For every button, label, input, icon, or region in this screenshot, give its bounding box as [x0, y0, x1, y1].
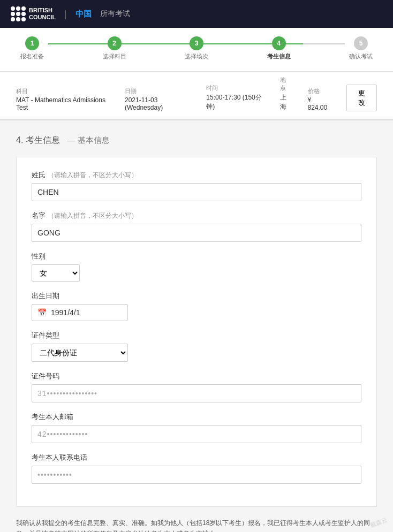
location-label: 地点: [280, 76, 292, 92]
logo-dot: [21, 17, 26, 21]
dob-field[interactable]: 📅 1991/4/1: [32, 304, 128, 321]
doc-number-group: 证件号码: [32, 371, 361, 402]
step-2[interactable]: 2 选择科目: [99, 36, 131, 60]
doc-type-label: 证件类型: [32, 331, 361, 340]
time-value: 15:00-17:30 (150分钟): [206, 93, 264, 111]
exam-price: 价格 ¥ 824.00: [308, 87, 330, 111]
step-label-1: 报名准备: [20, 52, 44, 60]
header: BRITISHCOUNCIL | 中国 所有考试: [0, 0, 393, 28]
exam-time: 时间 15:00-17:30 (150分钟): [206, 84, 264, 111]
subject-value: MAT - Mathematics Admissions Test: [16, 96, 109, 111]
step-label-5: 确认考试: [349, 52, 373, 60]
doc-number-input[interactable]: [32, 384, 361, 402]
gender-group: 性别 女 男: [32, 252, 361, 282]
price-label: 价格: [308, 87, 330, 95]
step-circle-1: 1: [25, 36, 39, 50]
location-value: 上海: [280, 93, 292, 111]
dob-value: 1991/4/1: [51, 308, 80, 317]
dob-label: 出生日期: [32, 291, 361, 301]
step-1[interactable]: 1 报名准备: [16, 36, 48, 60]
main-content: 4. 考生信息 — 基本信息 姓氏 （请输入拼音，不区分大小写） 名字 （请输入…: [0, 120, 393, 532]
email-group: 考生本人邮箱: [32, 412, 361, 443]
logo-text: BRITISHCOUNCIL: [29, 7, 56, 21]
exam-date: 日期 2021-11-03 (Wednesday): [125, 87, 190, 111]
logo-dot: [21, 6, 26, 11]
date-value: 2021-11-03 (Wednesday): [125, 96, 190, 111]
first-name-hint: （请输入拼音，不区分大小写）: [48, 212, 138, 219]
step-4[interactable]: 4 考生信息: [263, 36, 295, 60]
time-label: 时间: [206, 84, 264, 92]
logo-dots: [11, 6, 26, 21]
first-name-group: 名字 （请输入拼音，不区分大小写）: [32, 211, 361, 242]
phone-input[interactable]: [32, 466, 361, 484]
logo-dot: [11, 12, 15, 16]
header-region[interactable]: 中国: [75, 9, 92, 19]
header-divider: |: [64, 9, 67, 20]
step-5: 5 确认考试: [345, 36, 377, 60]
logo-dot: [21, 12, 26, 16]
phone-group: 考生本人联系电话: [32, 453, 361, 484]
doc-type-group: 证件类型 二代身份证 护照 其他: [32, 331, 361, 362]
step-circle-3: 3: [190, 36, 203, 50]
last-name-input[interactable]: [32, 183, 361, 201]
header-nav[interactable]: 所有考试: [100, 9, 130, 19]
doc-number-label: 证件号码: [32, 371, 361, 381]
subject-label: 科目: [16, 87, 109, 95]
dob-group: 出生日期 📅 1991/4/1: [32, 291, 361, 321]
step-circle-5: 5: [354, 36, 368, 50]
last-name-hint: （请输入拼音，不区分大小写）: [48, 171, 138, 179]
british-council-logo: BRITISHCOUNCIL: [11, 6, 56, 21]
date-label: 日期: [125, 87, 190, 95]
step-circle-2: 2: [108, 36, 122, 50]
step-3[interactable]: 3 选择场次: [180, 36, 213, 60]
logo-dot: [11, 17, 15, 21]
doc-type-select[interactable]: 二代身份证 护照 其他: [32, 344, 128, 362]
progress-steps: 1 报名准备 2 选择科目 3 选择场次 4 考生信息 5 确认考试: [16, 36, 377, 60]
form-card: 姓氏 （请输入拼音，不区分大小写） 名字 （请输入拼音，不区分大小写） 性别 女…: [16, 157, 377, 507]
first-name-input[interactable]: [32, 224, 361, 242]
logo-dot: [16, 17, 20, 21]
logo-dot: [16, 12, 20, 16]
price-value: ¥ 824.00: [308, 96, 330, 111]
email-label: 考生本人邮箱: [32, 412, 361, 422]
exam-location: 地点 上海: [280, 76, 292, 111]
logo-dot: [16, 6, 20, 11]
phone-label: 考生本人联系电话: [32, 453, 361, 462]
step-label-3: 选择场次: [185, 52, 208, 60]
edit-button[interactable]: 更改: [346, 85, 377, 111]
step-circle-4: 4: [272, 36, 286, 50]
first-name-label: 名字 （请输入拼音，不区分大小写）: [32, 211, 361, 221]
last-name-label: 姓氏 （请输入拼音，不区分大小写）: [32, 170, 361, 180]
exam-info-bar: 科目 MAT - Mathematics Admissions Test 日期 …: [0, 72, 393, 120]
gender-label: 性别: [32, 252, 361, 261]
last-name-group: 姓氏 （请输入拼音，不区分大小写）: [32, 170, 361, 201]
exam-subject: 科目 MAT - Mathematics Admissions Test: [16, 87, 109, 111]
gender-select[interactable]: 女 男: [32, 264, 80, 282]
notice-text-1: 我确认从我提交的考生信息完整、真实、准确。如我为他人（包括18岁以下考生）报名，…: [16, 518, 377, 532]
step-label-2: 选择科目: [103, 52, 126, 60]
calendar-icon: 📅: [37, 308, 47, 317]
page-title: 4. 考生信息 — 基本信息: [16, 133, 377, 146]
email-input[interactable]: [32, 425, 361, 443]
logo-dot: [11, 6, 15, 11]
step-label-4: 考生信息: [267, 52, 291, 60]
progress-section: 1 报名准备 2 选择科目 3 选择场次 4 考生信息 5 确认考试: [0, 28, 393, 72]
